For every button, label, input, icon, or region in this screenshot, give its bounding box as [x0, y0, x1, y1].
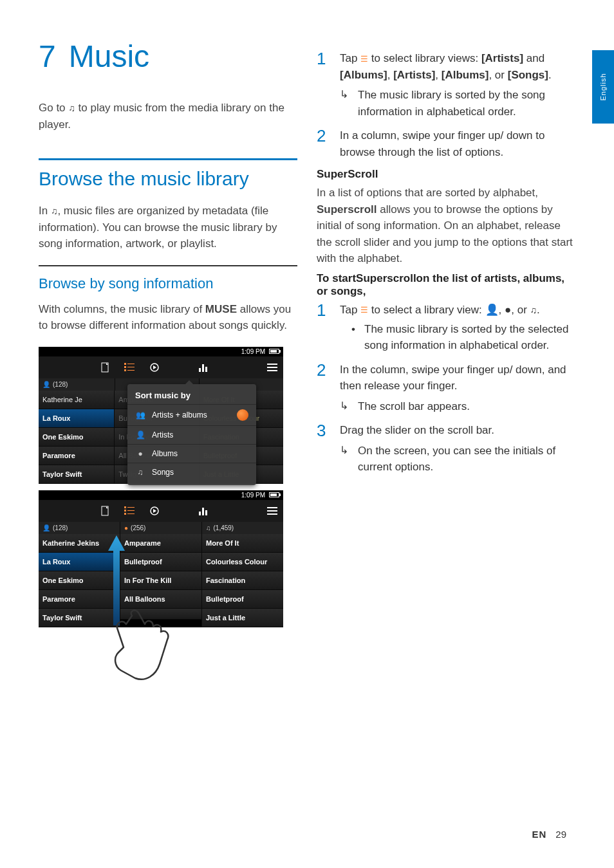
svg-rect-30 — [267, 510, 277, 512]
step-number: 3 — [317, 422, 333, 476]
play-circle-icon[interactable] — [149, 505, 160, 517]
popup-item[interactable]: ♫Songs — [127, 463, 256, 481]
artists-albums-icon: 👥 — [135, 411, 145, 420]
list-view-icon[interactable] — [124, 505, 136, 517]
footer-language: EN — [532, 829, 546, 840]
svg-marker-25 — [153, 509, 156, 513]
svg-rect-14 — [267, 367, 277, 368]
section-text: In ♫, music files are organized by metad… — [39, 203, 297, 252]
intro-text: Go to ♫ to play music from the media lib… — [39, 100, 297, 133]
result-arrow-icon: ↳ — [340, 443, 353, 476]
step-1: 1 Tap ☰ to select library views: [Artist… — [317, 50, 575, 120]
song-cell[interactable]: Colourless Colour — [202, 553, 283, 571]
album-icon: ● — [505, 302, 511, 319]
artist-icon: 👤 — [42, 381, 50, 388]
list-view-icon[interactable] — [124, 362, 136, 373]
svg-rect-26 — [199, 512, 201, 515]
subsection-heading: Browse by song information — [39, 275, 297, 292]
artist-cell[interactable]: One Eskimo — [39, 428, 114, 447]
language-tab: English — [592, 50, 614, 124]
artist-cell[interactable]: Katherine Je — [39, 391, 114, 409]
right-column: 1 Tap ☰ to select library views: [Artist… — [317, 39, 575, 634]
svg-rect-21 — [124, 513, 126, 515]
artist-cell[interactable]: Paramore — [39, 447, 114, 465]
song-icon: ♫ — [135, 468, 145, 477]
svg-rect-10 — [199, 368, 201, 372]
ss-step-2: 2 In the column, swipe your finger up/ d… — [317, 362, 575, 415]
svg-rect-3 — [124, 366, 126, 368]
svg-rect-2 — [127, 364, 135, 364]
music-note-icon: ♫ — [68, 102, 75, 115]
song-cell[interactable]: Bulletproof — [202, 590, 283, 609]
equalizer-icon[interactable] — [199, 505, 210, 517]
left-column: 7Music Go to ♫ to play music from the me… — [39, 39, 297, 634]
svg-rect-11 — [202, 364, 204, 372]
album-cell[interactable]: Amparame — [120, 534, 201, 553]
artist-cell[interactable]: La Roux — [39, 409, 114, 428]
chapter-heading: 7Music — [39, 39, 297, 74]
hamburger-icon[interactable] — [266, 362, 278, 373]
svg-rect-5 — [124, 369, 126, 371]
svg-rect-28 — [205, 510, 207, 515]
column-header-albums[interactable]: ●(256) — [120, 522, 202, 534]
document-icon[interactable] — [100, 505, 111, 517]
list-view-icon: ☰ — [360, 304, 368, 317]
artist-icon: 👤 — [135, 430, 145, 439]
column-header-artists[interactable]: 👤(128) — [39, 378, 115, 391]
hand-gesture-icon — [109, 606, 193, 690]
svg-rect-15 — [267, 370, 277, 371]
popup-title: Sort music by — [127, 388, 256, 404]
svg-rect-19 — [124, 510, 126, 512]
album-icon: ● — [124, 524, 128, 531]
ss-step-3: 3 Drag the slider on the scroll bar. ↳ O… — [317, 422, 575, 476]
list-view-icon: ☰ — [360, 53, 368, 66]
document-icon[interactable] — [100, 362, 111, 373]
equalizer-icon[interactable] — [199, 362, 210, 373]
result-arrow-icon: ↳ — [340, 87, 353, 120]
svg-rect-6 — [127, 370, 135, 371]
svg-rect-29 — [267, 507, 277, 508]
song-icon: ♫ — [206, 524, 211, 531]
album-icon: ● — [135, 449, 145, 458]
bullet-icon: • — [351, 321, 359, 354]
svg-rect-20 — [127, 510, 135, 511]
popup-item[interactable]: 👤Artists — [127, 425, 256, 444]
artist-cell[interactable]: Taylor Swift — [39, 465, 114, 484]
top-icon-bar[interactable] — [39, 356, 283, 378]
svg-rect-1 — [124, 363, 126, 365]
song-cell[interactable]: More Of It — [202, 534, 283, 553]
hamburger-icon[interactable] — [266, 505, 278, 517]
status-bar: 1:09 PM — [39, 490, 283, 500]
superscroll-paragraph: In a list of options that are sorted by … — [317, 185, 575, 267]
step-2: 2 In a column, swipe your finger up/ dow… — [317, 127, 575, 160]
step-number: 1 — [317, 302, 333, 354]
result-arrow-icon: ↳ — [340, 398, 353, 415]
svg-rect-22 — [127, 513, 135, 514]
music-note-icon: ♫ — [530, 304, 537, 317]
album-cell[interactable]: Bulletproof — [120, 553, 201, 571]
popup-item[interactable]: ●Albums — [127, 444, 256, 463]
song-cell[interactable]: Just a Little — [202, 609, 283, 627]
column-header-songs[interactable]: ♫(1,459) — [202, 522, 283, 534]
superscroll-heading: SuperScroll — [317, 168, 575, 181]
svg-rect-4 — [127, 367, 135, 367]
popup-item[interactable]: 👥Artists + albums — [127, 404, 256, 425]
column-header-artists[interactable]: 👤(128) — [39, 522, 120, 534]
play-circle-icon[interactable] — [149, 362, 160, 373]
album-cell[interactable]: In For The Kill — [120, 571, 201, 590]
ss-step-1: 1 Tap ☰ to select a library view: 👤, ●, … — [317, 302, 575, 354]
artist-icon: 👤 — [42, 524, 50, 531]
svg-rect-27 — [202, 508, 204, 515]
sort-popup: Sort music by 👥Artists + albums 👤Artists… — [127, 384, 256, 485]
step-number: 2 — [317, 362, 333, 415]
battery-icon — [269, 492, 279, 497]
music-note-icon: ♫ — [51, 205, 58, 218]
svg-rect-17 — [124, 506, 126, 508]
top-icon-bar[interactable] — [39, 500, 283, 522]
svg-marker-9 — [153, 365, 156, 369]
battery-icon — [269, 349, 279, 354]
screenshot-2: 1:09 PM — [39, 490, 297, 627]
song-cell[interactable]: Fascination — [202, 571, 283, 590]
thin-rule — [39, 265, 297, 266]
svg-rect-12 — [205, 367, 207, 372]
